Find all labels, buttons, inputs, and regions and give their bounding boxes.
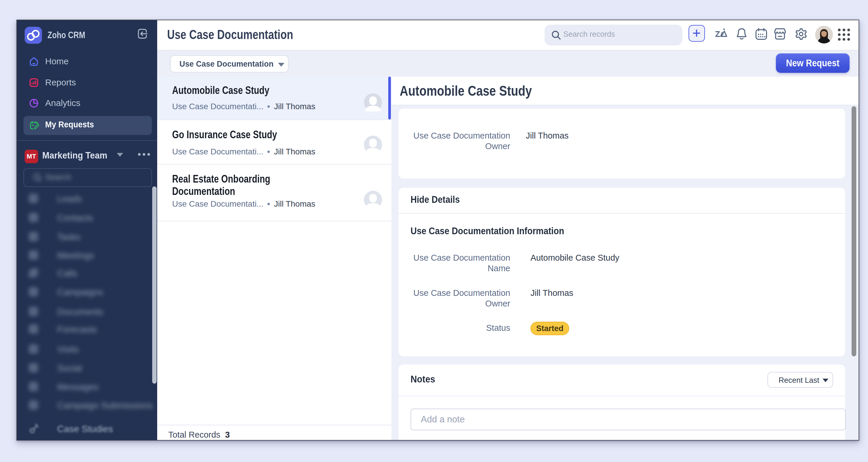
svg-text:Search: Search — [45, 173, 71, 182]
